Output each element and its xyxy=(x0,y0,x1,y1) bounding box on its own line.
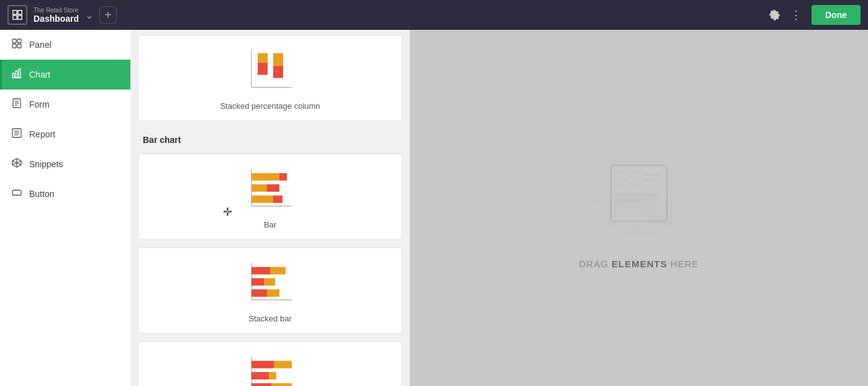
drag-text-bold: ELEMENTS xyxy=(612,259,667,269)
panel-icon xyxy=(12,39,22,51)
drag-illustration xyxy=(577,147,701,246)
svg-rect-59 xyxy=(642,179,658,182)
svg-rect-50 xyxy=(274,361,292,369)
stacked-pct-column-label: Stacked percentage column xyxy=(220,101,320,111)
svg-rect-30 xyxy=(273,53,283,66)
svg-point-68 xyxy=(612,223,616,226)
sidebar-item-report[interactable]: Report xyxy=(0,119,130,149)
sidebar-item-panel[interactable]: Panel xyxy=(0,30,130,60)
sidebar-chart-label: Chart xyxy=(29,70,50,80)
svg-point-70 xyxy=(662,223,666,226)
svg-rect-49 xyxy=(251,361,274,369)
svg-rect-44 xyxy=(264,278,275,286)
button-icon xyxy=(12,188,22,200)
svg-rect-8 xyxy=(12,73,14,78)
dropdown-chevron-icon[interactable]: ⌄ xyxy=(85,9,93,21)
svg-rect-34 xyxy=(279,173,287,181)
chart-card-stacked-pct-column[interactable]: Stacked percentage column xyxy=(138,35,402,121)
svg-rect-24 xyxy=(12,190,21,195)
svg-rect-35 xyxy=(251,185,267,192)
chart-card-stacked-pct-bar[interactable]: Stacked percentage bar xyxy=(138,341,402,386)
svg-rect-53 xyxy=(251,384,271,387)
bar-label: Bar xyxy=(264,220,276,229)
svg-rect-38 xyxy=(273,196,283,203)
stacked-bar-label: Stacked bar xyxy=(248,314,291,323)
svg-rect-46 xyxy=(267,290,279,297)
drag-text-2: HERE xyxy=(667,259,699,269)
report-icon xyxy=(12,128,22,140)
topbar: The Retail Store Dashboard ⌄ + ⋮ Done xyxy=(0,0,868,30)
svg-rect-9 xyxy=(16,71,17,78)
sidebar-report-label: Report xyxy=(29,129,55,139)
svg-rect-28 xyxy=(258,53,268,63)
app-logo xyxy=(7,5,27,25)
drag-elements-text: DRAG ELEMENTS HERE xyxy=(579,259,698,269)
svg-rect-58 xyxy=(642,173,661,176)
settings-gear-icon[interactable] xyxy=(768,9,780,21)
svg-rect-1 xyxy=(18,11,22,14)
svg-rect-41 xyxy=(251,267,270,275)
svg-rect-60 xyxy=(617,193,661,196)
chart-card-bar[interactable]: ✛ Bar xyxy=(138,154,402,240)
svg-rect-5 xyxy=(17,39,21,43)
stacked-bar-thumbnail xyxy=(239,258,301,308)
chart-panel: Stacked percentage column Bar chart ✛ Ba… xyxy=(130,30,410,386)
svg-rect-0 xyxy=(13,11,17,14)
svg-rect-52 xyxy=(269,372,276,380)
sidebar-item-chart[interactable]: Chart xyxy=(0,60,130,90)
bar-thumbnail xyxy=(239,164,301,214)
svg-rect-10 xyxy=(19,69,20,78)
drag-text-1: DRAG xyxy=(579,259,612,269)
app-title: The Retail Store Dashboard xyxy=(34,7,79,24)
svg-rect-43 xyxy=(251,278,264,286)
stacked-pct-column-thumbnail xyxy=(239,45,301,95)
sidebar-panel-label: Panel xyxy=(29,40,52,50)
app-subtitle: The Retail Store xyxy=(34,7,79,14)
svg-rect-33 xyxy=(251,173,279,181)
sidebar-form-label: Form xyxy=(29,99,50,109)
svg-rect-27 xyxy=(258,63,268,75)
svg-rect-57 xyxy=(617,172,639,187)
sidebar-item-snippets[interactable]: Snippets xyxy=(0,149,130,179)
svg-rect-2 xyxy=(13,16,17,19)
svg-point-69 xyxy=(637,226,641,229)
sidebar: Panel Chart Fo xyxy=(0,30,130,386)
svg-rect-4 xyxy=(12,39,16,43)
chart-icon xyxy=(12,68,22,81)
stacked-pct-bar-thumbnail xyxy=(239,352,301,386)
sidebar-button-label: Button xyxy=(29,189,54,199)
svg-rect-29 xyxy=(273,66,283,78)
sidebar-snippets-label: Snippets xyxy=(29,159,63,169)
add-button[interactable]: + xyxy=(99,6,117,24)
chart-card-stacked-bar[interactable]: Stacked bar xyxy=(138,247,402,334)
svg-rect-37 xyxy=(251,196,273,203)
more-options-icon[interactable]: ⋮ xyxy=(790,8,802,22)
sidebar-item-form[interactable]: Form xyxy=(0,90,130,119)
svg-rect-45 xyxy=(251,290,267,297)
sidebar-item-button[interactable]: Button xyxy=(0,179,130,209)
drop-zone: DRAG ELEMENTS HERE xyxy=(410,30,868,386)
svg-rect-51 xyxy=(251,372,269,380)
svg-rect-7 xyxy=(17,44,21,48)
app-main-title: Dashboard xyxy=(34,14,79,24)
form-icon xyxy=(12,98,22,111)
done-button[interactable]: Done xyxy=(811,5,861,25)
snippets-icon xyxy=(12,158,22,170)
main-layout: Panel Chart Fo xyxy=(0,30,868,386)
svg-rect-54 xyxy=(271,384,292,387)
svg-rect-6 xyxy=(12,44,16,48)
svg-rect-36 xyxy=(267,185,279,192)
move-cursor-icon: ✛ xyxy=(223,205,232,219)
svg-rect-42 xyxy=(270,267,286,275)
svg-rect-3 xyxy=(18,16,22,19)
bar-chart-section-header: Bar chart xyxy=(130,126,410,151)
svg-rect-61 xyxy=(617,199,648,201)
